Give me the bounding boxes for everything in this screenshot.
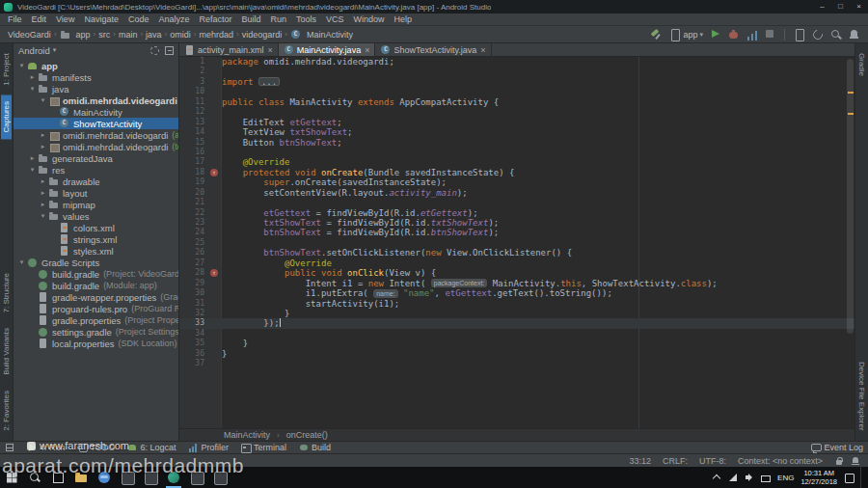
tool-window-button-6-logcat[interactable]: 6: Logcat: [127, 443, 176, 452]
tab-mainactivity-java[interactable]: MainActivity.java×: [279, 43, 376, 56]
maximize-icon[interactable]: □: [831, 0, 850, 14]
breadcrumb-item-mehrdad[interactable]: mehrdad: [199, 30, 233, 40]
close-icon[interactable]: ×: [480, 45, 485, 55]
run-button[interactable]: [709, 28, 721, 41]
event-log-button[interactable]: Event Log: [811, 443, 863, 452]
sync-project-button[interactable]: [811, 28, 824, 41]
tree-item-omidi-mehrdad-videogardi[interactable]: ▸omidi.mehrdad.videogardi(test): [14, 141, 178, 152]
tool-stripe-7-structure[interactable]: 7: Structure: [1, 266, 12, 319]
tree-item-gradle-properties[interactable]: gradle.properties(Project Properties): [14, 314, 178, 326]
breadcrumb-item-java[interactable]: java: [146, 30, 162, 40]
close-icon[interactable]: ×: [365, 45, 369, 55]
menu-build[interactable]: Build: [236, 14, 265, 26]
tree-item-gradle-wrapper-properties[interactable]: gradle-wrapper.properties(Gradle Version…: [14, 291, 178, 303]
menu-analyze[interactable]: Analyze: [153, 14, 194, 26]
build-button[interactable]: [650, 28, 663, 41]
tree-item-omidi-mehrdad-videogardi[interactable]: ▾omidi.mehrdad.videogardi: [14, 95, 178, 106]
menu-run[interactable]: Run: [266, 14, 292, 26]
tool-stripe-captures[interactable]: Captures: [1, 95, 12, 139]
debug-button[interactable]: [727, 28, 740, 41]
override-method-icon[interactable]: [208, 268, 222, 278]
battery-icon[interactable]: [761, 473, 771, 482]
menu-tools[interactable]: Tools: [291, 14, 321, 26]
tree-item-settings-gradle[interactable]: settings.gradle(Project Settings): [14, 326, 178, 338]
lock-icon[interactable]: [834, 456, 844, 466]
editor-breadcrumb-mainactivity[interactable]: MainActivity: [224, 430, 270, 440]
menu-vcs[interactable]: VCS: [321, 14, 349, 26]
tree-item-generatedjava[interactable]: ▸generatedJava: [14, 152, 178, 164]
tool-window-button-profiler[interactable]: Profiler: [188, 443, 229, 452]
status-utf-8[interactable]: UTF-8:: [699, 456, 726, 466]
search-everywhere-button[interactable]: [829, 28, 842, 41]
warning-stripe-mark[interactable]: [848, 113, 854, 115]
bell-icon[interactable]: [851, 456, 860, 466]
tree-item-values[interactable]: ▾values: [14, 210, 178, 222]
tab-showtextactivity-java[interactable]: ShowTextActivity.java×: [375, 43, 491, 56]
tree-item-drawable[interactable]: ▸drawable: [14, 176, 178, 187]
tree-item-proguard-rules-pro[interactable]: proguard-rules.pro(ProGuard Rules for ap…: [14, 303, 178, 314]
menu-refactor[interactable]: Refactor: [194, 14, 236, 26]
menu-view[interactable]: View: [51, 14, 79, 26]
tree-item-java[interactable]: ▾java: [14, 83, 178, 95]
tool-window-switcher-icon[interactable]: [5, 443, 14, 452]
override-method-icon[interactable]: [208, 168, 222, 177]
close-icon[interactable]: ×: [268, 45, 273, 55]
tool-stripe-2-favorites[interactable]: 2: Favorites: [1, 384, 12, 438]
tab-activity-main-xml[interactable]: activity_main.xml×: [179, 43, 279, 56]
tree-item-strings-xml[interactable]: strings.xml: [14, 233, 178, 245]
tree-item-omidi-mehrdad-videogardi[interactable]: ▸omidi.mehrdad.videogardi(androidTest): [14, 129, 178, 141]
network-icon[interactable]: [728, 473, 738, 482]
warning-stripe-mark[interactable]: [848, 92, 854, 94]
code-area[interactable]: 1package omidi.mehrdad.videogardi;23impo…: [179, 57, 854, 428]
minimize-icon[interactable]: –: [813, 0, 831, 14]
tree-item-layout[interactable]: ▸layout: [14, 187, 178, 199]
clock[interactable]: 10:31 AM 12/27/2018: [800, 469, 837, 486]
tree-item-local-properties[interactable]: local.properties(SDK Location): [14, 338, 178, 349]
tool-stripe-gradle[interactable]: Gradle: [856, 46, 867, 83]
avd-manager-button[interactable]: [793, 28, 805, 41]
status-context-no-context[interactable]: Context: <no context>: [738, 456, 823, 466]
tool-window-button-build[interactable]: Build: [299, 443, 331, 452]
hidden-icons-chevron-icon[interactable]: [712, 473, 721, 482]
collapse-all-icon[interactable]: [165, 46, 174, 55]
tree-item-build-gradle[interactable]: build.gradle(Project: VideoGardi): [14, 268, 178, 280]
volume-icon[interactable]: [745, 473, 754, 482]
menu-window[interactable]: Window: [349, 14, 390, 26]
editor-breadcrumb-oncreate[interactable]: onCreate(): [286, 430, 328, 440]
breadcrumb-item-src[interactable]: src: [98, 30, 110, 40]
tool-window-button-terminal[interactable]: Terminal: [241, 443, 286, 452]
run-configuration-button[interactable]: app▾: [668, 28, 703, 41]
close-icon[interactable]: ×: [850, 0, 868, 14]
menu-edit[interactable]: Edit: [27, 14, 52, 26]
menu-file[interactable]: File: [3, 14, 27, 26]
menu-navigate[interactable]: Navigate: [79, 14, 123, 26]
tree-item-colors-xml[interactable]: colors.xml: [14, 222, 178, 233]
language-indicator[interactable]: ENG: [777, 474, 794, 482]
tree-item-mainactivity[interactable]: MainActivity: [14, 106, 178, 118]
code-editor[interactable]: 1package omidi.mehrdad.videogardi;23impo…: [179, 57, 854, 428]
breadcrumb-item-main[interactable]: main: [119, 30, 138, 40]
menu-help[interactable]: Help: [390, 14, 418, 26]
status-crlf[interactable]: CRLF:: [663, 456, 688, 466]
breadcrumb-item-omidi[interactable]: omidi: [170, 30, 191, 40]
tree-item-showtextactivity[interactable]: ShowTextActivity: [14, 118, 178, 129]
project-view-selector[interactable]: Android ▾: [18, 45, 56, 56]
profile-button[interactable]: [746, 28, 758, 41]
status-33-12[interactable]: 33:12: [629, 456, 651, 466]
breadcrumb-item-videogardi[interactable]: videogardi: [242, 30, 283, 40]
tool-stripe-device-file-explorer[interactable]: Device File Explorer: [856, 355, 867, 438]
tree-item-res[interactable]: ▾res: [14, 164, 178, 176]
editor-scrollbar[interactable]: [846, 57, 854, 428]
breadcrumb-item-videogardi[interactable]: VideoGardi: [8, 30, 51, 40]
tool-stripe-build-variants[interactable]: Build Variants: [1, 321, 12, 382]
tree-item-build-gradle[interactable]: build.gradle(Module: app): [14, 280, 178, 291]
tree-item-gradle-scripts[interactable]: ▾Gradle Scripts: [14, 257, 178, 268]
tree-item-manifests[interactable]: ▸manifests: [14, 71, 178, 83]
notifications-button[interactable]: [848, 28, 860, 41]
breadcrumb-item-app[interactable]: app: [60, 29, 91, 41]
scrollbar-thumb[interactable]: [847, 59, 854, 334]
gear-icon[interactable]: [150, 46, 159, 55]
tool-stripe-1-project[interactable]: 1: Project: [1, 46, 12, 93]
tree-item-mipmap[interactable]: ▸mipmap: [14, 199, 178, 210]
action-center-icon[interactable]: [844, 473, 854, 482]
